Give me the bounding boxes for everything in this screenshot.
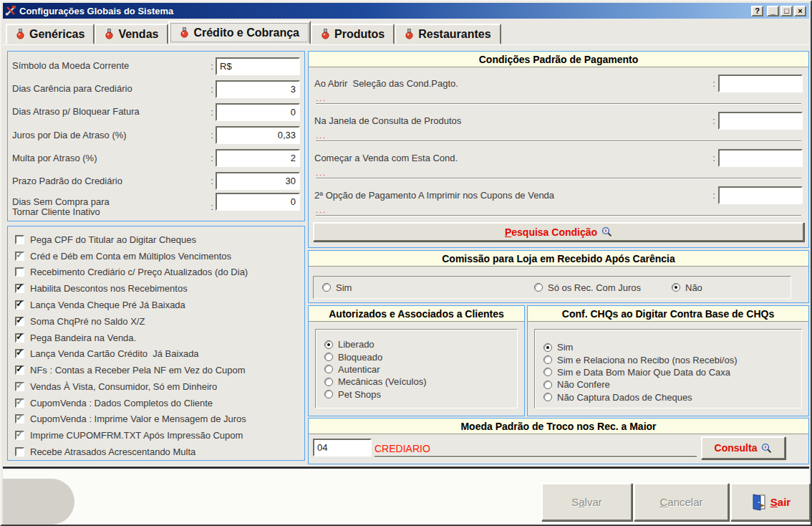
checkbox[interactable]: ✓ [15,284,24,293]
radio-option-sim-data-bom[interactable]: Sim e Data Bom Maior Que Data do Caxa [543,366,801,378]
dias-carencia-input[interactable] [216,80,300,98]
checkbox-row[interactable]: ✓Pega Bandeira na Venda. [15,330,304,346]
prazo-crediario-input[interactable] [216,172,300,190]
checkbox[interactable]: ✓ [15,414,24,424]
checkbox-label: Imprime CUPOMFRM.TXT Após Impressão Cupo… [30,430,243,441]
cancelar-button[interactable]: Cancelar [634,483,729,521]
checkbox-label: CupomVenda : Imprime Valor e Mensagem de… [30,413,246,424]
radio-option-nao-captura[interactable]: Não Captura Dados de Cheques [543,391,801,403]
cond-consulta-produtos-input[interactable] [718,112,803,130]
radio-option-so-rec-juros[interactable]: Só os Rec. Com Juros [534,282,672,293]
field-label: Dias Sem Compra para Tornar Cliente Inat… [12,197,208,217]
pesquisa-condicao-button[interactable]: Pesquisa Condição [313,222,804,242]
credit-settings-panel: Símbolo da Moeda Corrente : Dias Carênci… [7,51,305,221]
tab-vendas[interactable]: Vendas [95,24,168,44]
radio-button[interactable] [543,355,552,364]
checkbox[interactable]: ✓ [15,333,24,343]
section-title: Condições Padrão de Pagamento [309,52,808,67]
tab-restaurantes[interactable]: Restaurantes [395,24,501,44]
cond-segunda-opcao-input[interactable] [718,186,803,204]
radio-option-pet-shops[interactable]: Pet Shops [324,388,517,401]
tab-genericas[interactable]: Genéricas [6,24,95,44]
radio-button[interactable] [543,368,552,376]
checkbox[interactable]: ✓ [15,317,24,326]
condicao-row: Na Janela de Consulta de Produtos : ... [309,105,808,142]
checkbox-row[interactable]: ✓Soma ChqPré no Saldo X/Z [15,313,304,330]
sair-button[interactable]: Sair [730,483,811,521]
dias-sem-compra-input[interactable] [216,193,300,211]
checkbox-row[interactable]: ✓CupomVenda : Imprime Valor e Mensagem d… [15,411,304,428]
radio-button[interactable] [324,390,333,398]
checkbox[interactable]: ✓ [15,382,24,391]
radio-button[interactable] [543,381,552,389]
checkbox[interactable]: ✓ [15,398,24,408]
field-row: Dias Atraso p/ Bloquear Fatura : [12,100,300,123]
checkbox-row[interactable]: ✓Vendas À Vista, Consumidor, Só em Dinhe… [15,378,304,395]
checkbox[interactable]: ✓ [15,447,24,456]
autorizados-radio-group: Liberado Bloqueado Autenticar Mecânicas … [315,329,518,408]
radio-option-mecanicas[interactable]: Mecânicas (Veículos) [324,376,517,388]
checkbox[interactable]: ✓ [15,365,24,375]
checkbox[interactable]: ✓ [15,267,24,277]
close-button[interactable]: × [794,6,806,16]
juros-dia-atraso-input[interactable] [216,126,300,144]
cond-comecar-venda-input[interactable] [718,149,803,167]
radio-button[interactable] [672,283,680,292]
checkbox-row[interactable]: ✓Lança Venda Cheque Pré Já Baixada [15,297,304,313]
radio-option-sim-relaciona[interactable]: Sim e Relaciona no Recibo (nos Recebi/os… [543,353,801,365]
checkbox-row[interactable]: ✓Pega CPF do Titular ao Digitar Cheques [15,231,304,248]
condicao-label: Começar a Venda com Esta Cond. [314,153,710,163]
radio-option-bloqueado[interactable]: Bloqueado [324,350,517,363]
consulta-button[interactable]: Consulta [701,436,786,459]
salvar-button[interactable]: Salvar [541,483,632,521]
radio-option-nao-confere[interactable]: Não Confere [543,378,801,391]
radio-button[interactable] [324,378,333,386]
decorative-capsule [3,479,74,525]
colon: : [208,84,216,95]
radio-option-nao[interactable]: Não [672,282,702,293]
colon: : [208,153,216,163]
radio-option-sim[interactable]: Sim [322,282,534,293]
checkbox[interactable]: ✓ [15,431,24,440]
checkbox-row[interactable]: ✓Recebe Atrasados Acrescentando Multa [15,444,304,460]
condicao-row: 2ª Opção de Pagamento A Imprimir nos Cup… [309,179,808,216]
moeda-codigo-input[interactable] [313,439,372,456]
dias-atraso-bloqueio-input[interactable] [216,103,300,121]
radio-button[interactable] [543,393,552,401]
field-row: Multa por Atraso (%) : [12,147,300,170]
radio-option-liberado[interactable]: Liberado [324,338,517,350]
radio-button[interactable] [324,353,333,361]
colon: : [710,153,718,163]
checkbox-row[interactable]: ✓Habilita Descontos nos Recebimentos [15,280,304,297]
tab-credito-e-cobranca[interactable]: Crédito e Cobrança [168,21,311,44]
moeda-corrente-input[interactable] [216,57,300,75]
checkbox[interactable]: ✓ [15,235,24,244]
checkbox[interactable]: ✓ [15,300,24,310]
checkbox-row[interactable]: ✓Lança Venda Cartão Crédito Já Baixada [15,345,304,362]
checkbox[interactable]: ✓ [15,252,24,261]
section-title: Comissão para Loja em Recebido Após Carê… [309,251,808,267]
checkbox-row[interactable]: ✓Recebimento Crediário c/ Preço Atualiza… [15,264,304,281]
radio-button[interactable] [534,283,543,292]
checkbox-row[interactable]: ✓NFs : Contas a Receber Pela NF em Vez d… [15,362,304,378]
tab-produtos[interactable]: Produtos [311,24,395,44]
options-checkbox-panel: ✓Pega CPF do Titular ao Digitar Cheques … [7,226,305,461]
radio-option-autenticar[interactable]: Autenticar [324,363,517,376]
multa-atraso-input[interactable] [216,149,300,167]
radio-button[interactable] [543,343,552,352]
radio-button[interactable] [324,340,333,349]
radio-button[interactable] [322,283,331,292]
checkbox-row[interactable]: ✓CupomVenda : Dados Completos do Cliente [15,395,304,411]
cond-abrir-selecao-input[interactable] [718,75,803,92]
tab-label: Genéricas [29,28,84,41]
ellipsis-marker: ... [314,169,803,178]
checkbox[interactable]: ✓ [15,349,24,358]
minimize-button[interactable]: _ [767,6,779,16]
maximize-button[interactable]: □ [780,6,793,16]
radio-option-sim[interactable]: Sim [543,341,801,353]
checkbox-row[interactable]: ✓Créd e Déb em Conta em Múltiplos Vencim… [15,248,304,264]
help-button[interactable]: ? [751,6,763,16]
checkbox-row[interactable]: ✓Imprime CUPOMFRM.TXT Após Impressão Cup… [15,427,304,444]
moeda-nome-value: CREDIARIO [374,437,697,457]
radio-button[interactable] [324,365,333,373]
